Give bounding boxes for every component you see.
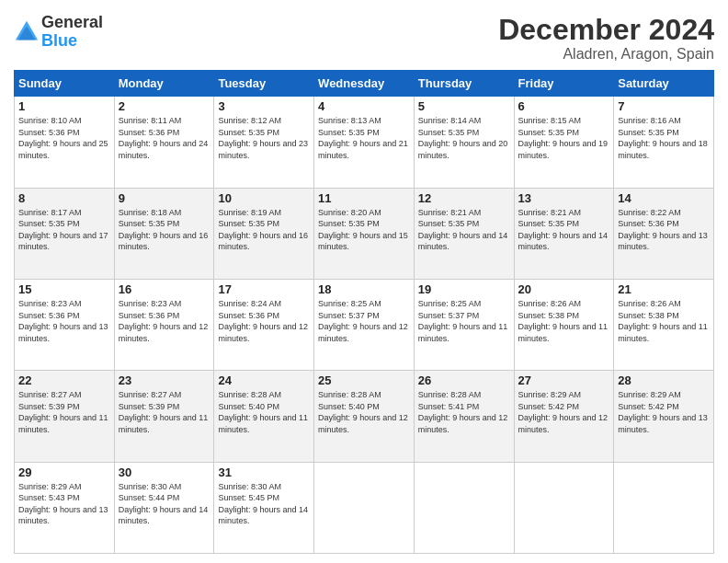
- cell-details: Sunrise: 8:27 AMSunset: 5:39 PMDaylight:…: [18, 390, 108, 434]
- calendar-cell: 7 Sunrise: 8:16 AMSunset: 5:35 PMDayligh…: [614, 97, 714, 188]
- calendar-cell: 5 Sunrise: 8:14 AMSunset: 5:35 PMDayligh…: [414, 97, 514, 188]
- cell-details: Sunrise: 8:18 AMSunset: 5:35 PMDaylight:…: [119, 208, 209, 252]
- day-number: 29: [18, 465, 110, 479]
- cell-details: Sunrise: 8:12 AMSunset: 5:35 PMDaylight:…: [218, 116, 308, 160]
- calendar-cell: 14 Sunrise: 8:22 AMSunset: 5:36 PMDaylig…: [614, 188, 714, 279]
- calendar-cell: 6 Sunrise: 8:15 AMSunset: 5:35 PMDayligh…: [514, 97, 614, 188]
- day-number: 6: [518, 99, 610, 113]
- calendar-cell: 20 Sunrise: 8:26 AMSunset: 5:38 PMDaylig…: [514, 279, 614, 370]
- calendar-cell: 15 Sunrise: 8:23 AMSunset: 5:36 PMDaylig…: [15, 279, 115, 370]
- calendar-cell: 21 Sunrise: 8:26 AMSunset: 5:38 PMDaylig…: [614, 279, 714, 370]
- day-number: 15: [18, 282, 110, 296]
- calendar-cell: 3 Sunrise: 8:12 AMSunset: 5:35 PMDayligh…: [214, 97, 314, 188]
- cell-details: Sunrise: 8:28 AMSunset: 5:40 PMDaylight:…: [318, 390, 408, 434]
- calendar-cell: 26 Sunrise: 8:28 AMSunset: 5:41 PMDaylig…: [414, 371, 514, 462]
- calendar-cell: 31 Sunrise: 8:30 AMSunset: 5:45 PMDaylig…: [214, 462, 314, 553]
- calendar-cell: 11 Sunrise: 8:20 AMSunset: 5:35 PMDaylig…: [314, 188, 415, 279]
- calendar: SundayMondayTuesdayWednesdayThursdayFrid…: [14, 70, 714, 554]
- calendar-week-row: 29 Sunrise: 8:29 AMSunset: 5:43 PMDaylig…: [15, 462, 714, 553]
- calendar-cell: 25 Sunrise: 8:28 AMSunset: 5:40 PMDaylig…: [314, 371, 415, 462]
- calendar-cell: 18 Sunrise: 8:25 AMSunset: 5:37 PMDaylig…: [314, 279, 415, 370]
- calendar-cell: [414, 462, 514, 553]
- day-number: 7: [618, 99, 710, 113]
- day-number: 8: [18, 191, 110, 205]
- cell-details: Sunrise: 8:28 AMSunset: 5:40 PMDaylight:…: [218, 390, 308, 434]
- calendar-cell: 8 Sunrise: 8:17 AMSunset: 5:35 PMDayligh…: [15, 188, 115, 279]
- day-number: 21: [618, 282, 710, 296]
- day-header: Wednesday: [314, 71, 415, 97]
- calendar-cell: [514, 462, 614, 553]
- calendar-cell: 12 Sunrise: 8:21 AMSunset: 5:35 PMDaylig…: [414, 188, 514, 279]
- cell-details: Sunrise: 8:23 AMSunset: 5:36 PMDaylight:…: [119, 299, 209, 343]
- calendar-cell: 16 Sunrise: 8:23 AMSunset: 5:36 PMDaylig…: [114, 279, 214, 370]
- calendar-cell: 1 Sunrise: 8:10 AMSunset: 5:36 PMDayligh…: [15, 97, 115, 188]
- cell-details: Sunrise: 8:26 AMSunset: 5:38 PMDaylight:…: [518, 299, 609, 343]
- page: General Blue December 2024 Aladren, Arag…: [0, 0, 728, 563]
- day-header: Friday: [514, 71, 614, 97]
- day-number: 4: [318, 99, 410, 113]
- cell-details: Sunrise: 8:28 AMSunset: 5:41 PMDaylight:…: [418, 390, 508, 434]
- logo-text: General Blue: [41, 14, 103, 51]
- cell-details: Sunrise: 8:19 AMSunset: 5:35 PMDaylight:…: [218, 208, 308, 252]
- day-header: Sunday: [15, 71, 115, 97]
- cell-details: Sunrise: 8:29 AMSunset: 5:43 PMDaylight:…: [18, 482, 108, 526]
- calendar-week-row: 1 Sunrise: 8:10 AMSunset: 5:36 PMDayligh…: [15, 97, 714, 188]
- day-number: 17: [218, 282, 310, 296]
- calendar-cell: 4 Sunrise: 8:13 AMSunset: 5:35 PMDayligh…: [314, 97, 415, 188]
- calendar-cell: 17 Sunrise: 8:24 AMSunset: 5:36 PMDaylig…: [214, 279, 314, 370]
- logo-icon: [14, 19, 40, 45]
- calendar-cell: 9 Sunrise: 8:18 AMSunset: 5:35 PMDayligh…: [114, 188, 214, 279]
- day-number: 14: [618, 191, 710, 205]
- cell-details: Sunrise: 8:24 AMSunset: 5:36 PMDaylight:…: [218, 299, 308, 343]
- day-number: 25: [318, 373, 410, 387]
- cell-details: Sunrise: 8:26 AMSunset: 5:38 PMDaylight:…: [618, 299, 708, 343]
- cell-details: Sunrise: 8:21 AMSunset: 5:35 PMDaylight:…: [418, 208, 508, 252]
- calendar-cell: 13 Sunrise: 8:21 AMSunset: 5:35 PMDaylig…: [514, 188, 614, 279]
- day-number: 12: [418, 191, 510, 205]
- logo-blue: Blue: [41, 32, 103, 51]
- calendar-cell: 24 Sunrise: 8:28 AMSunset: 5:40 PMDaylig…: [214, 371, 314, 462]
- header: General Blue December 2024 Aladren, Arag…: [14, 14, 714, 63]
- day-header: Tuesday: [214, 71, 314, 97]
- cell-details: Sunrise: 8:15 AMSunset: 5:35 PMDaylight:…: [518, 116, 609, 160]
- day-number: 5: [418, 99, 510, 113]
- cell-details: Sunrise: 8:30 AMSunset: 5:45 PMDaylight:…: [218, 482, 308, 526]
- day-header: Monday: [114, 71, 214, 97]
- cell-details: Sunrise: 8:11 AMSunset: 5:36 PMDaylight:…: [119, 116, 209, 160]
- calendar-cell: 23 Sunrise: 8:27 AMSunset: 5:39 PMDaylig…: [114, 371, 214, 462]
- calendar-cell: [314, 462, 415, 553]
- cell-details: Sunrise: 8:14 AMSunset: 5:35 PMDaylight:…: [418, 116, 508, 160]
- day-number: 23: [119, 373, 210, 387]
- cell-details: Sunrise: 8:21 AMSunset: 5:35 PMDaylight:…: [518, 208, 609, 252]
- day-number: 27: [518, 373, 610, 387]
- month-title: December 2024: [498, 14, 714, 46]
- calendar-cell: 27 Sunrise: 8:29 AMSunset: 5:42 PMDaylig…: [514, 371, 614, 462]
- day-number: 20: [518, 282, 610, 296]
- day-number: 30: [119, 465, 210, 479]
- calendar-cell: 22 Sunrise: 8:27 AMSunset: 5:39 PMDaylig…: [15, 371, 115, 462]
- calendar-week-row: 22 Sunrise: 8:27 AMSunset: 5:39 PMDaylig…: [15, 371, 714, 462]
- title-section: December 2024 Aladren, Aragon, Spain: [498, 14, 714, 63]
- calendar-cell: 19 Sunrise: 8:25 AMSunset: 5:37 PMDaylig…: [414, 279, 514, 370]
- cell-details: Sunrise: 8:17 AMSunset: 5:35 PMDaylight:…: [18, 208, 108, 252]
- cell-details: Sunrise: 8:29 AMSunset: 5:42 PMDaylight:…: [618, 390, 708, 434]
- cell-details: Sunrise: 8:20 AMSunset: 5:35 PMDaylight:…: [318, 208, 408, 252]
- day-number: 11: [318, 191, 410, 205]
- cell-details: Sunrise: 8:16 AMSunset: 5:35 PMDaylight:…: [618, 116, 708, 160]
- cell-details: Sunrise: 8:29 AMSunset: 5:42 PMDaylight:…: [518, 390, 609, 434]
- day-number: 26: [418, 373, 510, 387]
- day-number: 3: [218, 99, 310, 113]
- day-number: 16: [119, 282, 210, 296]
- logo: General Blue: [14, 14, 103, 51]
- day-number: 2: [119, 99, 210, 113]
- day-number: 31: [218, 465, 310, 479]
- day-number: 18: [318, 282, 410, 296]
- location: Aladren, Aragon, Spain: [498, 46, 714, 63]
- cell-details: Sunrise: 8:23 AMSunset: 5:36 PMDaylight:…: [18, 299, 108, 343]
- cell-details: Sunrise: 8:25 AMSunset: 5:37 PMDaylight:…: [418, 299, 508, 343]
- calendar-cell: 29 Sunrise: 8:29 AMSunset: 5:43 PMDaylig…: [15, 462, 115, 553]
- day-number: 22: [18, 373, 110, 387]
- calendar-cell: 28 Sunrise: 8:29 AMSunset: 5:42 PMDaylig…: [614, 371, 714, 462]
- day-header: Saturday: [614, 71, 714, 97]
- cell-details: Sunrise: 8:10 AMSunset: 5:36 PMDaylight:…: [18, 116, 108, 160]
